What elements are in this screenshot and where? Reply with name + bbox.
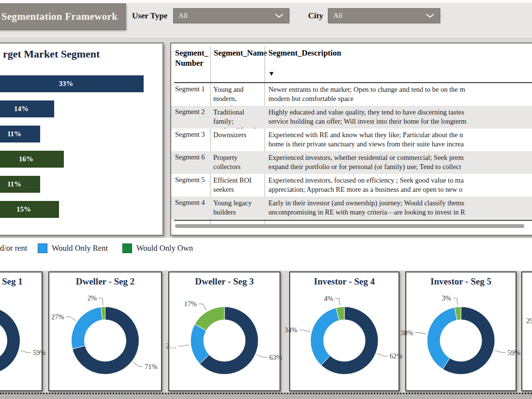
donut-panel-6: 29 — [521, 271, 532, 391]
donut-data-label: 59% — [508, 349, 521, 356]
bar-segment[interactable]: 15% — [0, 201, 59, 218]
legend-item[interactable]: Would Only Rent — [38, 243, 108, 253]
city-filter-label: City — [308, 11, 323, 21]
legend-swatch-icon — [38, 243, 47, 253]
user-type-dropdown-value: All — [178, 12, 188, 20]
segment-name-cell: Efficient ROI seekers — [210, 174, 265, 197]
bar-chart-panel: rget Market Segment 33%14%11%16%11%15% — [0, 43, 163, 236]
column-header-segment-name[interactable]: Segment_Name — [214, 48, 267, 58]
city-dropdown-value: All — [333, 12, 342, 20]
legend-label: Would Only Rent — [52, 243, 108, 253]
donut-slice[interactable] — [195, 307, 224, 330]
bar-segment[interactable]: 11% — [0, 176, 40, 193]
page-break-dotted-line — [0, 393, 532, 399]
city-dropdown[interactable]: All — [328, 8, 440, 23]
donut-data-label: 17% — [184, 300, 197, 308]
bar-segment[interactable]: 33% — [0, 75, 144, 92]
donut-panel-1: Seg 159% — [0, 271, 43, 391]
segment-number-cell: Segment 6 — [171, 151, 210, 174]
segment-number-cell: Segment 2 — [171, 106, 210, 128]
donut-chart[interactable]: 63%2…17% — [169, 285, 280, 388]
bar-segment[interactable]: 14% — [0, 100, 54, 117]
donut-panel-2: Dweller - Seg 271%27%2% — [48, 271, 162, 391]
donut-data-label: 63% — [269, 354, 282, 361]
table-row[interactable]: Segment 3DownsizersExperienced with RE a… — [171, 128, 532, 151]
label-leader-line — [299, 330, 310, 332]
donut-data-label: 27% — [51, 313, 64, 321]
donut-data-label: 3% — [442, 294, 451, 302]
legend-label: Would Only Own — [136, 243, 193, 253]
segment-name-cell: Downsizers — [210, 128, 265, 151]
table-body: Segment 1Young and modern,up-andcomersNe… — [171, 83, 532, 219]
segment-number-cell: Segment 1 — [171, 83, 210, 106]
label-leader-line — [99, 298, 103, 305]
dashboard: Segmentation Framework User Type All Cit… — [0, 0, 532, 399]
segment-description-cell: Highly educated and value quality, they … — [265, 106, 532, 128]
table-row[interactable]: Segment 2Traditional family;modern lifes… — [171, 106, 532, 128]
user-type-dropdown[interactable]: All — [173, 8, 289, 23]
table-row[interactable]: Segment 6Property collectorsExperienced … — [171, 151, 532, 174]
legend-row: d/or rentWould Only RentWould Only Own — [0, 238, 532, 271]
donut-data-label: 62% — [390, 352, 403, 360]
donut-slice[interactable] — [72, 307, 103, 349]
table-horizontal-scrollbar[interactable] — [175, 224, 524, 228]
donut-data-label: 4% — [324, 295, 333, 302]
bar-chart-title: rget Market Segment — [3, 48, 100, 60]
segment-name-cell: Young legacybuilders — [210, 197, 265, 219]
donut-panel-5: Investor - Seg 559%38%3% — [405, 271, 517, 391]
bar-segment[interactable]: 11% — [0, 126, 40, 142]
label-leader-line — [133, 362, 143, 367]
column-header-segment-number[interactable]: Segment_Number — [175, 48, 212, 68]
bar-segment[interactable]: 16% — [0, 151, 64, 168]
label-leader-line — [66, 317, 76, 321]
label-leader-line — [178, 345, 190, 346]
table-row[interactable]: Segment 5Efficient ROI seekersExperience… — [171, 174, 532, 197]
legend-item[interactable]: Would Only Own — [122, 243, 193, 253]
segment-table-panel: Segment_Number Segment_Name Segment_Desc… — [170, 43, 532, 236]
label-leader-line — [495, 350, 505, 352]
donut-chart[interactable]: 62%34%4% — [290, 285, 399, 388]
donut-data-label: 71% — [145, 363, 158, 370]
sort-descending-icon[interactable]: ▼ — [269, 71, 273, 77]
legend-label: d/or rent — [0, 243, 27, 253]
column-header-segment-description[interactable]: Segment_Description — [268, 48, 341, 58]
label-leader-line — [453, 298, 458, 305]
table-bottom-rule — [174, 220, 532, 221]
donut-chart[interactable]: 59%38%3% — [406, 285, 516, 388]
legend-swatch-icon — [122, 243, 132, 253]
segment-number-cell: Segment 3 — [171, 128, 210, 151]
segment-description-cell: Experienced investors, whether residenti… — [265, 151, 532, 174]
chevron-down-icon — [274, 13, 284, 18]
donut-data-label: 38% — [400, 329, 414, 337]
donut-data-label: 34% — [284, 326, 297, 334]
segment-description-cell: Early in their investor (and ownership) … — [265, 197, 532, 219]
segment-description-cell: Experienced investors, focused on effici… — [265, 174, 532, 197]
donut-data-label: 2% — [88, 294, 97, 302]
top-divider — [0, 0, 532, 3]
donut-data-label: 2… — [166, 342, 177, 350]
bar-chart-plot: 33%14%11%16%11%15% — [0, 75, 144, 226]
donut-panel-4: Investor - Seg 462%34%4% — [289, 271, 399, 391]
chevron-down-icon — [425, 13, 435, 18]
donut-panel-3: Dweller - Seg 363%2…17% — [168, 271, 281, 391]
donut-data-label: 59% — [33, 349, 46, 356]
label-leader-line — [415, 333, 427, 334]
table-row[interactable]: Segment 4Young legacybuildersEarly in th… — [171, 197, 532, 219]
donut-data-label: 29 — [526, 317, 532, 325]
segment-number-cell: Segment 5 — [171, 174, 210, 197]
report-title-button[interactable]: Segmentation Framework — [0, 3, 126, 30]
label-leader-line — [335, 299, 340, 306]
label-leader-line — [377, 354, 388, 356]
donut-chart[interactable]: 71%27%2% — [49, 285, 161, 388]
label-leader-line — [257, 355, 267, 357]
label-leader-line — [199, 304, 207, 310]
donut-chart[interactable]: 59% — [0, 285, 42, 388]
segment-name-cell: Traditional family;modern lifestyle — [210, 106, 265, 128]
legend-item[interactable]: d/or rent — [0, 243, 27, 253]
segment-name-cell: Property collectors — [210, 151, 265, 174]
donut-slice[interactable] — [0, 307, 20, 374]
table-row[interactable]: Segment 1Young and modern,up-andcomersNe… — [171, 83, 532, 106]
donut-slice[interactable] — [310, 308, 339, 365]
user-type-filter-label: User Type — [132, 11, 167, 21]
segment-number-cell: Segment 4 — [171, 197, 210, 219]
